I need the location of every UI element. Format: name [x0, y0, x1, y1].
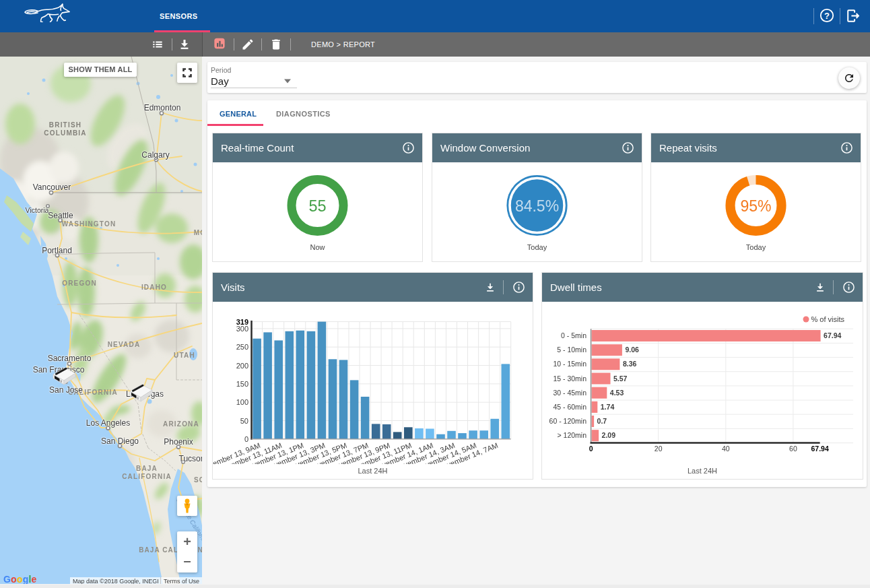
svg-text:Sacramento: Sacramento: [48, 354, 92, 363]
svg-text:300: 300: [236, 325, 248, 333]
svg-text:95%: 95%: [740, 197, 771, 215]
svg-text:2.09: 2.09: [602, 431, 616, 439]
svg-text:CALIFORNIA: CALIFORNIA: [122, 473, 172, 480]
svg-text:MO: MO: [194, 229, 202, 236]
svg-text:250: 250: [236, 343, 248, 351]
svg-text:ARIZONA: ARIZONA: [163, 420, 199, 428]
svg-text:200: 200: [236, 362, 248, 370]
svg-text:?: ?: [824, 11, 830, 21]
svg-text:45 - 60min: 45 - 60min: [553, 403, 587, 411]
svg-text:10 - 15min: 10 - 15min: [553, 360, 587, 368]
svg-text:BAJA: BAJA: [136, 465, 158, 472]
svg-text:5 - 10min: 5 - 10min: [557, 346, 587, 354]
svg-text:0: 0: [589, 445, 593, 453]
svg-text:40: 40: [722, 445, 730, 453]
svg-text:60: 60: [789, 445, 797, 453]
svg-text:0: 0: [244, 435, 248, 443]
svg-text:WASHINGTON: WASHINGTON: [62, 220, 116, 228]
svg-text:4.53: 4.53: [610, 389, 624, 397]
svg-text:84.5%: 84.5%: [515, 197, 559, 215]
svg-text:0.7: 0.7: [597, 417, 607, 425]
svg-text:8.36: 8.36: [623, 360, 637, 368]
svg-text:Edmonton: Edmonton: [144, 103, 181, 112]
svg-text:0 - 5min: 0 - 5min: [561, 331, 587, 339]
svg-text:9.06: 9.06: [625, 346, 639, 354]
svg-text:San Jose: San Jose: [49, 385, 83, 395]
svg-text:Los Angeles: Los Angeles: [86, 418, 130, 428]
svg-text:Portland: Portland: [42, 246, 72, 255]
svg-text:100: 100: [236, 398, 248, 406]
svg-text:NEVADA: NEVADA: [108, 341, 141, 348]
svg-text:Phoenix: Phoenix: [164, 437, 193, 447]
svg-text:67.94: 67.94: [811, 445, 828, 453]
svg-text:BRITISH: BRITISH: [49, 121, 81, 129]
svg-text:150: 150: [236, 380, 248, 388]
svg-text:IDAHO: IDAHO: [141, 284, 167, 291]
svg-text:UTAH: UTAH: [174, 352, 195, 359]
svg-text:COLUMBIA: COLUMBIA: [44, 129, 86, 137]
svg-text:Victoria: Victoria: [26, 206, 49, 214]
svg-text:Tucson: Tucson: [179, 454, 202, 463]
svg-text:15 - 30min: 15 - 30min: [553, 374, 587, 383]
svg-text:5.57: 5.57: [613, 374, 628, 383]
svg-text:SONORA: SONORA: [194, 476, 202, 484]
svg-text:OREGON: OREGON: [62, 280, 97, 287]
svg-text:Calgary: Calgary: [141, 150, 169, 160]
svg-text:1.74: 1.74: [601, 403, 615, 411]
svg-text:55: 55: [308, 197, 326, 215]
svg-text:> 120min: > 120min: [558, 431, 587, 439]
svg-text:Vancouver: Vancouver: [33, 183, 71, 192]
svg-text:60 - 120min: 60 - 120min: [549, 417, 587, 425]
svg-text:San Diego: San Diego: [101, 436, 139, 446]
svg-text:20: 20: [655, 445, 663, 453]
svg-text:Seattle: Seattle: [48, 211, 73, 220]
svg-text:30 - 45min: 30 - 45min: [553, 389, 587, 397]
svg-text:% of visits: % of visits: [811, 315, 845, 323]
svg-text:67.94: 67.94: [824, 331, 841, 339]
svg-text:50: 50: [240, 417, 248, 425]
